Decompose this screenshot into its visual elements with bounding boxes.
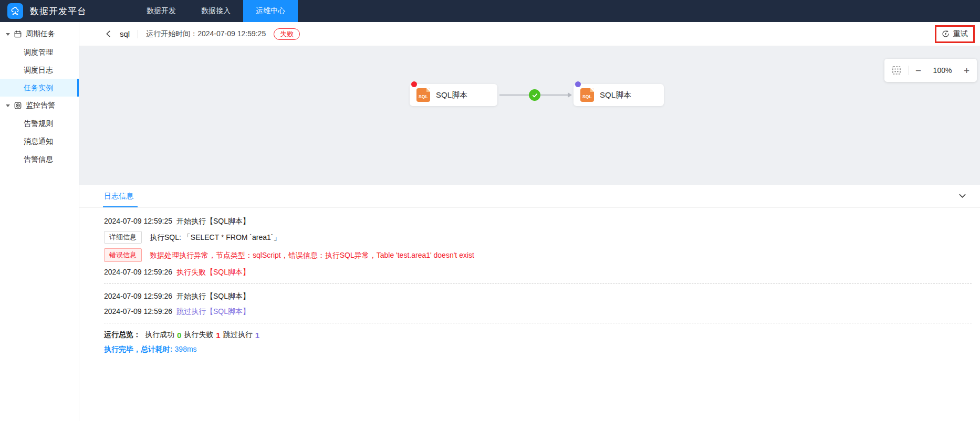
log-line: 2024-07-09 12:59:26 跳过执行【SQL脚本】 xyxy=(104,306,972,317)
log-skip-text: 跳过执行【SQL脚本】 xyxy=(176,306,250,317)
top-navbar: 数据开发平台 数据开发 数据接入 运维中心 xyxy=(0,0,980,22)
retry-label: 重试 xyxy=(953,29,968,39)
sidebar-item-task-instance[interactable]: 任务实例 xyxy=(0,79,79,97)
error-message-text: 数据处理执行异常，节点类型：sqlScript，错误信息：执行SQL异常，Tab… xyxy=(150,250,474,260)
task-name: sql xyxy=(120,29,130,38)
dag-edge-arrowhead xyxy=(568,92,572,98)
cloud-network-icon xyxy=(10,6,20,16)
run-start-time: 运行开始时间：2024-07-09 12:59:25 xyxy=(146,29,266,39)
status-badge: 失败 xyxy=(274,28,300,40)
sidebar-group-periodic-tasks[interactable]: 周期任务 xyxy=(0,25,79,43)
calendar-icon xyxy=(14,30,22,38)
zoom-in-button[interactable]: + xyxy=(964,66,969,76)
summary-skip-count: 1 xyxy=(255,331,259,340)
node-status-dot-failed xyxy=(411,81,417,87)
run-summary: 运行总览： 执行成功 0 执行失败 1 跳过执行 1 xyxy=(104,330,972,340)
fit-view-icon[interactable] xyxy=(892,66,901,75)
log-text: 开始执行【SQL脚本】 xyxy=(176,216,250,226)
log-line: 2024-07-09 12:59:25 开始执行【SQL脚本】 xyxy=(104,216,972,226)
chevron-down-icon[interactable] xyxy=(958,192,966,200)
log-line: 详细信息 执行SQL: 「SELECT * FROM `area1`」 xyxy=(104,231,972,244)
tab-log-info[interactable]: 日志信息 xyxy=(104,185,133,207)
error-info-badge: 错误信息 xyxy=(104,248,142,262)
dag-node-sql-2[interactable]: SQL SQL脚本 xyxy=(574,84,664,106)
instance-header: sql 运行开始时间：2024-07-09 12:59:25 失败 重试 xyxy=(79,22,980,46)
retry-button[interactable]: 重试 xyxy=(942,29,968,39)
annotation-highlight: 重试 xyxy=(935,25,975,43)
nav-tab-data-dev[interactable]: 数据开发 xyxy=(134,0,189,22)
nav-tab-ops-center[interactable]: 运维中心 xyxy=(243,0,298,22)
edge-success-check-icon xyxy=(529,89,540,101)
sidebar-item-message-notify[interactable]: 消息通知 xyxy=(0,132,79,150)
caret-down-icon xyxy=(6,33,10,36)
canvas-zoom-toolbar: − 100% + xyxy=(884,59,977,82)
log-fail-text: 执行失败【SQL脚本】 xyxy=(176,267,250,277)
retry-icon xyxy=(942,30,950,38)
log-text: 开始执行【SQL脚本】 xyxy=(176,291,250,301)
zoom-level: 100% xyxy=(928,66,957,75)
sql-icon-text: SQL xyxy=(582,94,592,99)
sql-file-icon: SQL xyxy=(580,88,594,102)
sidebar-group-label: 监控告警 xyxy=(26,101,55,110)
sidebar-item-schedule-mgmt[interactable]: 调度管理 xyxy=(0,43,79,61)
summary-success-count: 0 xyxy=(177,331,181,340)
log-line: 2024-07-09 12:59:26 开始执行【SQL脚本】 xyxy=(104,291,972,301)
log-timestamp: 2024-07-09 12:59:26 xyxy=(104,267,172,277)
dag-node-sql-1[interactable]: SQL SQL脚本 xyxy=(410,84,497,106)
top-nav-tabs: 数据开发 数据接入 运维中心 xyxy=(134,0,298,22)
log-panel: 日志信息 2024-07-09 12:59:25 开始执行【SQL脚本】 详细信… xyxy=(79,185,980,421)
zoom-out-button[interactable]: − xyxy=(915,66,921,76)
node-label: SQL脚本 xyxy=(600,90,631,100)
finished-label: 执行完毕，总计耗时: xyxy=(104,345,173,353)
app-window: 数据开发平台 数据开发 数据接入 运维中心 周期任务 调度管理 调度日志 任务实… xyxy=(0,0,980,421)
sidebar-group-monitor-alert[interactable]: 监控告警 xyxy=(0,97,79,114)
divider xyxy=(138,30,138,38)
sql-file-icon: SQL xyxy=(416,88,430,102)
log-timestamp: 2024-07-09 12:59:26 xyxy=(104,306,172,317)
summary-fail-count: 1 xyxy=(216,331,220,340)
summary-label: 运行总览： xyxy=(104,330,141,340)
divider xyxy=(908,66,909,75)
summary-success-label: 执行成功 xyxy=(145,330,174,340)
sidebar: 周期任务 调度管理 调度日志 任务实例 监控告警 告警规则 消息通知 告警信息 xyxy=(0,22,79,421)
monitor-icon xyxy=(14,101,22,110)
execution-finished-line: 执行完毕，总计耗时: 398ms xyxy=(104,345,972,354)
detail-info-button[interactable]: 详细信息 xyxy=(104,231,142,244)
total-duration: 398ms xyxy=(175,345,197,353)
sql-icon-text: SQL xyxy=(419,94,428,99)
log-tabbar: 日志信息 xyxy=(79,185,980,208)
app-logo xyxy=(7,3,23,19)
sidebar-item-alert-rules[interactable]: 告警规则 xyxy=(0,114,79,132)
summary-fail-label: 执行失败 xyxy=(184,330,213,340)
main-content: sql 运行开始时间：2024-07-09 12:59:25 失败 重试 xyxy=(79,22,980,421)
log-timestamp: 2024-07-09 12:59:25 xyxy=(104,216,172,226)
dashed-divider xyxy=(104,283,972,284)
log-line: 2024-07-09 12:59:26 执行失败【SQL脚本】 xyxy=(104,267,972,277)
log-timestamp: 2024-07-09 12:59:26 xyxy=(104,291,172,301)
log-line: 错误信息 数据处理执行异常，节点类型：sqlScript，错误信息：执行SQL异… xyxy=(104,248,972,262)
dashed-divider xyxy=(104,323,972,323)
caret-down-icon xyxy=(6,104,10,107)
node-status-dot-skipped xyxy=(575,81,581,87)
back-icon[interactable] xyxy=(105,30,113,38)
summary-skip-label: 跳过执行 xyxy=(223,330,253,340)
log-sql-text: 执行SQL: 「SELECT * FROM `area1`」 xyxy=(150,232,280,243)
dag-canvas[interactable]: − 100% + SQL SQL脚本 xyxy=(79,46,980,185)
nav-tab-data-ingest[interactable]: 数据接入 xyxy=(189,0,243,22)
node-label: SQL脚本 xyxy=(436,90,467,100)
sidebar-group-label: 周期任务 xyxy=(26,29,55,39)
app-title: 数据开发平台 xyxy=(30,5,87,17)
log-body: 2024-07-09 12:59:25 开始执行【SQL脚本】 详细信息 执行S… xyxy=(79,208,980,354)
sidebar-item-alert-info[interactable]: 告警信息 xyxy=(0,150,79,168)
sidebar-item-schedule-log[interactable]: 调度日志 xyxy=(0,61,79,79)
